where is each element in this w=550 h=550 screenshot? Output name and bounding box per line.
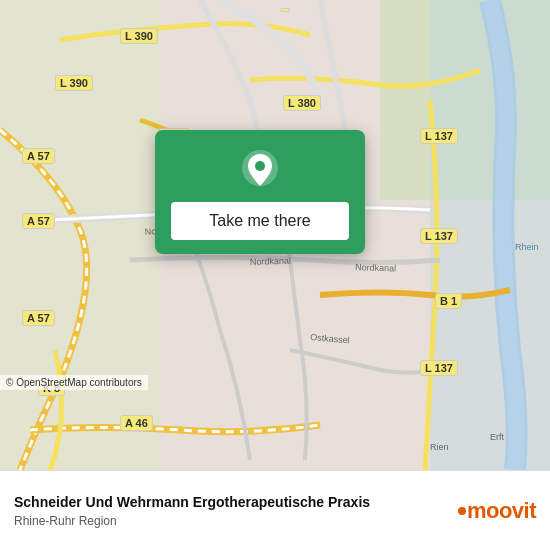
svg-text:Erft: Erft xyxy=(490,432,505,442)
road-label-l137-3: L 137 xyxy=(420,360,458,376)
copyright-text: © OpenStreetMap contributors xyxy=(6,377,142,388)
svg-point-12 xyxy=(255,161,265,171)
road-label-a57-1: A 57 xyxy=(22,148,55,164)
popup-card: Take me there xyxy=(155,130,365,254)
road-label-a57-2: A 57 xyxy=(22,213,55,229)
moovit-logo: moovit xyxy=(458,498,536,524)
svg-text:Rien: Rien xyxy=(430,442,449,452)
copyright-bar: © OpenStreetMap contributors xyxy=(0,375,148,390)
road-label-a46: A 46 xyxy=(120,415,153,431)
map-container: Nordkanal Nordkanal Nordkanal Ostkassel … xyxy=(0,0,550,470)
take-me-there-button[interactable]: Take me there xyxy=(171,202,349,240)
svg-text:Nordkanal: Nordkanal xyxy=(355,262,396,273)
location-pin-icon xyxy=(238,148,282,192)
place-subtitle: Rhine-Ruhr Region xyxy=(14,514,448,528)
moovit-dot xyxy=(458,507,466,515)
road-label-l390-2: L 390 xyxy=(55,75,93,91)
place-title: Schneider Und Wehrmann Ergotherapeutisch… xyxy=(14,493,448,511)
road-label-a57-3: A 57 xyxy=(22,310,55,326)
info-text: Schneider Und Wehrmann Ergotherapeutisch… xyxy=(14,493,448,527)
road-label-l137-2: L 137 xyxy=(420,228,458,244)
info-bar: Schneider Und Wehrmann Ergotherapeutisch… xyxy=(0,470,550,550)
svg-text:Rhein: Rhein xyxy=(515,242,539,252)
road-label-l390-1: L 390 xyxy=(120,28,158,44)
road-label-l357 xyxy=(280,8,290,12)
road-label-l380: L 380 xyxy=(283,95,321,111)
svg-text:Nordkanal: Nordkanal xyxy=(250,256,291,267)
road-label-b1: B 1 xyxy=(435,293,462,309)
moovit-text: moovit xyxy=(467,498,536,524)
road-label-l137-1: L 137 xyxy=(420,128,458,144)
